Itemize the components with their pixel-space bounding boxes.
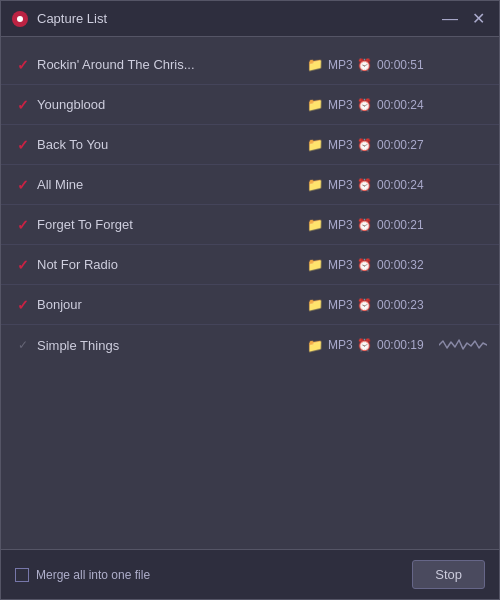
folder-icon: 📁 xyxy=(307,297,323,312)
merge-checkbox[interactable]: Merge all into one file xyxy=(15,568,412,582)
duration-value: 00:00:23 xyxy=(377,298,424,312)
format-label: MP3 xyxy=(328,98,353,112)
track-row[interactable]: ✓Back To You 📁 MP3 ⏰ 00:00:27 xyxy=(1,125,499,165)
folder-icon: 📁 xyxy=(307,97,323,112)
title-bar: Capture List — ✕ xyxy=(1,1,499,37)
track-row[interactable]: ✓Rockin' Around The Chris... 📁 MP3 ⏰ 00:… xyxy=(1,45,499,85)
app-icon xyxy=(11,10,29,28)
track-duration: ⏰ 00:00:32 xyxy=(357,258,437,272)
checkmark: ✓ xyxy=(17,297,29,313)
format-label: MP3 xyxy=(328,338,353,352)
duration-value: 00:00:27 xyxy=(377,138,424,152)
track-format: 📁 MP3 xyxy=(307,57,357,72)
stop-button[interactable]: Stop xyxy=(412,560,485,589)
check-icon: ✓ xyxy=(13,177,33,193)
clock-icon: ⏰ xyxy=(357,98,372,112)
track-list: ✓Rockin' Around The Chris... 📁 MP3 ⏰ 00:… xyxy=(1,37,499,549)
svg-point-1 xyxy=(17,16,23,22)
format-label: MP3 xyxy=(328,178,353,192)
checkmark-empty: ✓ xyxy=(18,338,28,352)
duration-value: 00:00:24 xyxy=(377,178,424,192)
merge-label: Merge all into one file xyxy=(36,568,150,582)
track-row[interactable]: ✓Bonjour 📁 MP3 ⏰ 00:00:23 xyxy=(1,285,499,325)
wave-icon xyxy=(437,338,487,352)
merge-checkbox-box[interactable] xyxy=(15,568,29,582)
folder-icon: 📁 xyxy=(307,257,323,272)
track-name: Not For Radio xyxy=(37,257,297,272)
check-icon: ✓ xyxy=(13,297,33,313)
check-icon: ✓ xyxy=(13,217,33,233)
close-button[interactable]: ✕ xyxy=(468,11,489,27)
clock-icon: ⏰ xyxy=(357,258,372,272)
track-duration: ⏰ 00:00:23 xyxy=(357,298,437,312)
track-duration: ⏰ 00:00:24 xyxy=(357,178,437,192)
track-format: 📁 MP3 xyxy=(307,257,357,272)
clock-icon: ⏰ xyxy=(357,58,372,72)
track-name: Rockin' Around The Chris... xyxy=(37,57,297,72)
window-controls: — ✕ xyxy=(438,11,489,27)
clock-icon: ⏰ xyxy=(357,178,372,192)
minimize-button[interactable]: — xyxy=(438,11,462,27)
track-format: 📁 MP3 xyxy=(307,338,357,353)
track-format: 📁 MP3 xyxy=(307,137,357,152)
track-row[interactable]: ✓All Mine 📁 MP3 ⏰ 00:00:24 xyxy=(1,165,499,205)
track-name: All Mine xyxy=(37,177,297,192)
track-duration: ⏰ 00:00:21 xyxy=(357,218,437,232)
track-name: Bonjour xyxy=(37,297,297,312)
check-icon: ✓ xyxy=(13,338,33,352)
checkmark: ✓ xyxy=(17,217,29,233)
track-name: Back To You xyxy=(37,137,297,152)
duration-value: 00:00:24 xyxy=(377,98,424,112)
folder-icon: 📁 xyxy=(307,217,323,232)
check-icon: ✓ xyxy=(13,257,33,273)
track-format: 📁 MP3 xyxy=(307,297,357,312)
check-icon: ✓ xyxy=(13,137,33,153)
track-format: 📁 MP3 xyxy=(307,217,357,232)
track-name: Youngblood xyxy=(37,97,297,112)
track-duration: ⏰ 00:00:51 xyxy=(357,58,437,72)
clock-icon: ⏰ xyxy=(357,338,372,352)
track-row[interactable]: ✓Forget To Forget 📁 MP3 ⏰ 00:00:21 xyxy=(1,205,499,245)
track-format: 📁 MP3 xyxy=(307,97,357,112)
track-row[interactable]: ✓Not For Radio 📁 MP3 ⏰ 00:00:32 xyxy=(1,245,499,285)
track-format: 📁 MP3 xyxy=(307,177,357,192)
window-title: Capture List xyxy=(37,11,438,26)
checkmark: ✓ xyxy=(17,57,29,73)
track-duration: ⏰ 00:00:19 xyxy=(357,338,437,352)
track-name: Simple Things xyxy=(37,338,297,353)
track-name: Forget To Forget xyxy=(37,217,297,232)
footer: Merge all into one file Stop xyxy=(1,549,499,599)
folder-icon: 📁 xyxy=(307,137,323,152)
check-icon: ✓ xyxy=(13,57,33,73)
clock-icon: ⏰ xyxy=(357,138,372,152)
duration-value: 00:00:21 xyxy=(377,218,424,232)
duration-value: 00:00:32 xyxy=(377,258,424,272)
check-icon: ✓ xyxy=(13,97,33,113)
track-duration: ⏰ 00:00:24 xyxy=(357,98,437,112)
track-row[interactable]: ✓Youngblood 📁 MP3 ⏰ 00:00:24 xyxy=(1,85,499,125)
duration-value: 00:00:19 xyxy=(377,338,424,352)
folder-icon: 📁 xyxy=(307,57,323,72)
checkmark: ✓ xyxy=(17,177,29,193)
track-duration: ⏰ 00:00:27 xyxy=(357,138,437,152)
folder-icon: 📁 xyxy=(307,338,323,353)
folder-icon: 📁 xyxy=(307,177,323,192)
format-label: MP3 xyxy=(328,58,353,72)
format-label: MP3 xyxy=(328,138,353,152)
format-label: MP3 xyxy=(328,218,353,232)
duration-value: 00:00:51 xyxy=(377,58,424,72)
capture-list-window: Capture List — ✕ ✓Rockin' Around The Chr… xyxy=(0,0,500,600)
format-label: MP3 xyxy=(328,258,353,272)
clock-icon: ⏰ xyxy=(357,298,372,312)
waveform-svg xyxy=(439,338,487,352)
checkmark: ✓ xyxy=(17,97,29,113)
track-row[interactable]: ✓Simple Things 📁 MP3 ⏰ 00:00:19 xyxy=(1,325,499,365)
format-label: MP3 xyxy=(328,298,353,312)
clock-icon: ⏰ xyxy=(357,218,372,232)
checkmark: ✓ xyxy=(17,137,29,153)
checkmark: ✓ xyxy=(17,257,29,273)
